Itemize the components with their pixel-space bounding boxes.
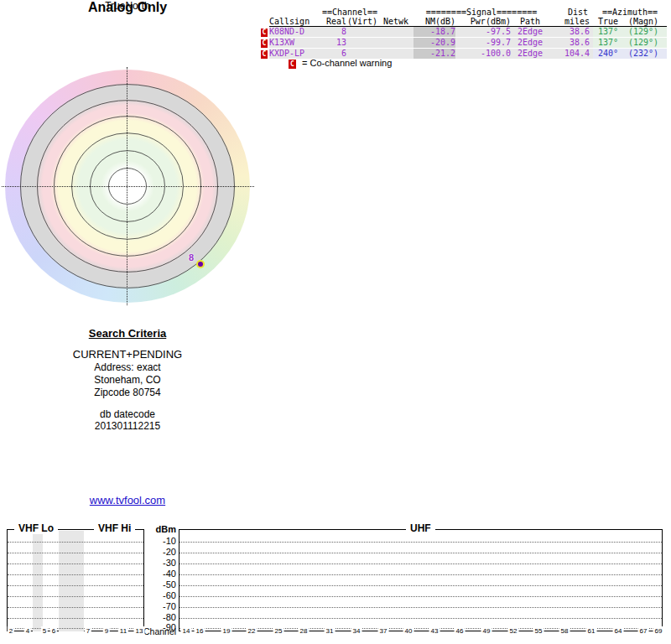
co-channel-warning-flag: C bbox=[261, 50, 268, 59]
criteria-city: Stoneham, CO bbox=[27, 374, 228, 386]
gridline bbox=[8, 564, 143, 564]
band-label-uhf: UHF bbox=[406, 523, 435, 534]
x-tick-label: 58 bbox=[559, 626, 570, 636]
site-link-wrap: www.tvfool.com bbox=[0, 494, 255, 506]
x-tick-label: 6 bbox=[50, 626, 57, 636]
x-tick-label: 31 bbox=[325, 626, 336, 636]
cell-real: 8 bbox=[321, 27, 346, 38]
uhf-panel bbox=[179, 529, 663, 631]
group-header-signal: ========Signal======== bbox=[414, 8, 549, 17]
x-tick-label: 5 bbox=[41, 626, 48, 636]
col-miles: miles bbox=[549, 17, 593, 27]
cell-netwk bbox=[378, 27, 414, 38]
x-tick-label: 34 bbox=[351, 626, 362, 636]
group-header-dist: Dist bbox=[549, 8, 593, 17]
gridline bbox=[179, 564, 662, 564]
gridline bbox=[8, 553, 143, 553]
table-column-header-row: Callsign Real (Virt) Netwk NM(dB) Pwr(dB… bbox=[261, 17, 667, 27]
gridline bbox=[179, 607, 662, 608]
x-tick-label: 46 bbox=[455, 626, 466, 636]
gridline bbox=[179, 618, 662, 619]
table-row: C K08ND-D 8 -18.7 -97.5 2Edge 38.6 137° … bbox=[261, 27, 667, 38]
col-path: Path bbox=[511, 17, 549, 27]
gridline bbox=[8, 596, 143, 597]
col-virt: (Virt) bbox=[346, 17, 378, 27]
gridline bbox=[8, 618, 143, 619]
cell-virt bbox=[346, 37, 378, 48]
cell-pwr: -97.5 bbox=[455, 27, 511, 38]
group-header-azimuth: ==Azimuth== bbox=[593, 8, 667, 17]
band-label-vhf-hi: VHF Hi bbox=[94, 523, 135, 534]
x-tick-label: 16 bbox=[195, 626, 205, 636]
cell-miles: 38.6 bbox=[549, 27, 593, 38]
x-tick-label: 25 bbox=[273, 626, 284, 636]
cell-callsign: K08ND-D bbox=[269, 27, 321, 38]
criteria-zip: Zipcode 80754 bbox=[27, 387, 228, 398]
col-true: True bbox=[593, 17, 627, 27]
col-nm: NM(dB) bbox=[414, 17, 455, 27]
x-tick-label: 9 bbox=[103, 626, 110, 636]
x-tick-label: 11 bbox=[118, 626, 128, 636]
signal-table: ==Channel== ========Signal======== Dist … bbox=[261, 8, 667, 60]
cell-pwr: -99.7 bbox=[455, 37, 511, 48]
y-tick-label: -10 bbox=[146, 536, 176, 546]
x-tick-label: 55 bbox=[533, 626, 544, 636]
x-tick-label: 28 bbox=[299, 626, 309, 636]
cell-pwr: -100.0 bbox=[455, 48, 511, 59]
gridline bbox=[8, 542, 143, 543]
cell-true-azimuth: 137° bbox=[593, 27, 627, 38]
x-tick-label: 52 bbox=[508, 626, 519, 636]
frequency-gap-band bbox=[33, 531, 43, 631]
gridline bbox=[179, 585, 662, 586]
cell-nm: -21.2 bbox=[414, 48, 455, 59]
cell-true-azimuth: 240° bbox=[593, 48, 627, 59]
x-tick-label: 7 bbox=[85, 626, 91, 636]
station-marker-ch8 bbox=[196, 260, 205, 268]
cell-nm: -20.9 bbox=[414, 37, 455, 48]
cell-magn-azimuth: (129°) bbox=[627, 27, 667, 38]
db-datecode-block: db datecode 201301112215 bbox=[27, 408, 228, 432]
x-tick-label: 61 bbox=[586, 626, 597, 636]
cell-path: 2Edge bbox=[511, 27, 549, 38]
col-netwk: Netwk bbox=[378, 17, 414, 27]
gridline bbox=[8, 574, 143, 575]
band-label-vhf-lo: VHF Lo bbox=[14, 523, 58, 534]
y-tick-label: -30 bbox=[146, 558, 176, 568]
crosshair-horizontal bbox=[2, 186, 254, 187]
group-header-channel: ==Channel== bbox=[321, 8, 378, 17]
x-tick-label: 49 bbox=[481, 626, 492, 636]
cell-path: 2Edge bbox=[511, 48, 549, 59]
cell-nm: -18.7 bbox=[414, 27, 455, 38]
x-tick-label: 14 bbox=[181, 626, 192, 636]
gridline bbox=[179, 574, 662, 575]
tvfool-link[interactable]: www.tvfool.com bbox=[90, 494, 165, 506]
co-channel-warning-flag: C bbox=[261, 39, 268, 48]
x-tick-label: 2 bbox=[8, 626, 14, 636]
cell-miles: 104.4 bbox=[549, 48, 593, 59]
x-tick-label: 13 bbox=[134, 626, 145, 636]
gridline bbox=[8, 607, 143, 608]
co-channel-warning-flag: C bbox=[261, 29, 268, 37]
search-criteria-block: Search Criteria CURRENT+PENDING Address:… bbox=[27, 327, 228, 399]
co-channel-legend: C= Co-channel warning bbox=[289, 58, 392, 69]
criteria-mode: CURRENT+PENDING bbox=[27, 348, 228, 361]
cell-magn-azimuth: (129°) bbox=[627, 37, 667, 48]
co-channel-legend-icon: C bbox=[289, 60, 296, 69]
gridline bbox=[8, 585, 143, 586]
y-tick-label: -90 bbox=[146, 622, 176, 632]
col-pwr: Pwr(dBm) bbox=[455, 17, 511, 27]
tvfool-report: Analog Only TrueNorth N 8 ==Channel== ==… bbox=[0, 0, 671, 644]
table-row: C K13XW 13 -20.9 -99.7 2Edge 38.6 137° (… bbox=[261, 37, 667, 48]
col-callsign: Callsign bbox=[269, 17, 321, 27]
co-channel-legend-text: = Co-channel warning bbox=[302, 58, 392, 68]
crosshair-vertical bbox=[127, 67, 127, 305]
x-tick-label: 22 bbox=[247, 626, 257, 636]
vhf-panel bbox=[7, 529, 144, 631]
x-tick-label: 37 bbox=[378, 626, 389, 636]
true-north-label: TrueNorth bbox=[0, 0, 255, 12]
y-tick-label: -40 bbox=[146, 569, 176, 579]
x-tick-label: 69 bbox=[653, 626, 664, 636]
cell-real: 13 bbox=[321, 37, 346, 48]
y-tick-label: -80 bbox=[146, 612, 176, 622]
x-tick-label: 4 bbox=[24, 626, 31, 636]
